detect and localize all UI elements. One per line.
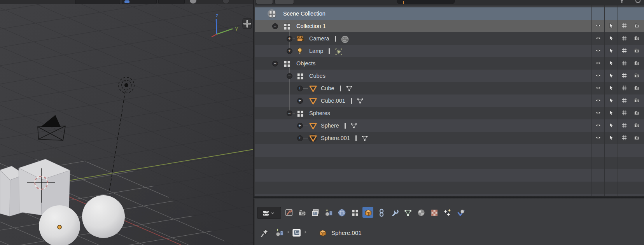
viewport-grid-icon[interactable] [621, 110, 628, 117]
cube-crumb-icon[interactable] [318, 228, 327, 237]
editor-type-dropdown[interactable] [257, 207, 281, 219]
render-camera-icon[interactable] [634, 60, 640, 67]
mesh-data-icon[interactable] [350, 122, 358, 130]
mode-dropdown[interactable] [75, 0, 120, 4]
tab-modifiers[interactable] [389, 207, 400, 218]
tab-particles[interactable] [442, 207, 453, 218]
collapse-icon[interactable]: − [272, 61, 278, 66]
outliner-row-lamp[interactable]: +Lamp [255, 45, 644, 57]
outliner-row-cubes[interactable]: −Cubes [255, 70, 644, 82]
viewport-grid-icon[interactable] [621, 122, 628, 129]
render-camera-icon[interactable] [634, 110, 640, 117]
cursor-arrow-icon[interactable] [608, 72, 615, 79]
viewport-grid-icon[interactable] [621, 135, 628, 142]
cursor-arrow-icon[interactable] [608, 23, 615, 30]
render-camera-icon[interactable] [634, 72, 640, 79]
cursor-arrow-icon[interactable] [608, 135, 615, 142]
new-collection-button[interactable] [256, 0, 273, 4]
eye-icon[interactable] [595, 47, 602, 54]
outliner-row-collection-1[interactable]: −Collection 1 [255, 20, 644, 32]
add-overlay-button[interactable] [243, 18, 252, 29]
expand-icon[interactable]: + [297, 135, 303, 141]
collapse-icon[interactable]: − [287, 110, 292, 116]
pin-icon[interactable] [260, 228, 269, 237]
tab-physics[interactable] [455, 207, 466, 218]
cursor-arrow-icon[interactable] [608, 47, 615, 54]
outliner-row-scene-collection[interactable]: Scene Collection [255, 7, 644, 20]
tab-scene[interactable] [323, 207, 334, 218]
eye-icon[interactable] [595, 122, 602, 129]
tab-object[interactable] [362, 207, 373, 218]
eye-icon[interactable] [595, 35, 602, 42]
camera-data-icon[interactable] [340, 35, 348, 42]
viewport-grid-icon[interactable] [621, 97, 628, 104]
mesh-data-icon[interactable] [361, 134, 369, 142]
eye-icon[interactable] [595, 97, 602, 104]
scene-crumb-icon[interactable] [275, 228, 284, 237]
render-camera-icon[interactable] [634, 122, 640, 129]
cursor-arrow-icon[interactable] [608, 122, 615, 129]
tab-tool[interactable] [283, 207, 294, 218]
tab-world[interactable] [336, 207, 347, 218]
filter-funnel-icon[interactable] [619, 0, 625, 3]
expand-icon[interactable]: + [297, 86, 303, 91]
eye-icon[interactable] [595, 110, 602, 117]
viewport-grid-icon[interactable] [621, 60, 628, 67]
tab-collection[interactable] [349, 207, 360, 218]
viewport-grid-icon[interactable] [621, 85, 628, 92]
viewport-grid-icon[interactable] [621, 23, 628, 30]
eye-icon[interactable] [595, 23, 602, 30]
overlay-toggle-icon[interactable] [222, 0, 229, 4]
mesh-data-icon[interactable] [356, 97, 364, 105]
properties-editor[interactable]: Sphere.001 [255, 199, 644, 245]
outliner-row-cube[interactable]: +Cube [255, 82, 644, 94]
filter-mode-button[interactable] [275, 0, 294, 4]
eye-icon[interactable] [595, 72, 602, 79]
render-camera-icon[interactable] [634, 85, 640, 92]
outliner-row-sphere-001[interactable]: +Sphere.001 [255, 132, 644, 144]
view-layer-crumb-icon[interactable] [292, 228, 301, 237]
cursor-arrow-icon[interactable] [608, 85, 615, 92]
expand-icon[interactable]: + [287, 36, 292, 42]
render-camera-icon[interactable] [634, 97, 640, 104]
mesh-data-icon[interactable] [345, 84, 353, 92]
filter-options-icon[interactable] [635, 0, 640, 3]
render-camera-icon[interactable] [634, 47, 640, 54]
render-camera-icon[interactable] [634, 23, 640, 30]
collapse-icon[interactable]: − [287, 73, 292, 79]
collapse-icon[interactable]: − [272, 23, 278, 29]
tab-texture[interactable] [429, 207, 439, 218]
outliner-row-cube-001[interactable]: +Cube.001 [255, 94, 644, 107]
3d-viewport[interactable]: z y [0, 0, 254, 245]
expand-icon[interactable]: + [287, 48, 292, 54]
tab-view-layer[interactable] [310, 207, 320, 218]
shading-sphere-icon[interactable] [190, 0, 196, 4]
outliner-editor[interactable]: Scene Collection−Collection 1+Camera+Lam… [255, 0, 644, 196]
viewport-grid-icon[interactable] [621, 47, 628, 54]
outliner-row-objects[interactable]: −Objects [255, 57, 644, 70]
eye-icon[interactable] [595, 85, 602, 92]
cursor-arrow-icon[interactable] [608, 60, 615, 67]
outliner-row-sphere[interactable]: +Sphere [255, 119, 644, 132]
expand-icon[interactable]: + [297, 98, 303, 104]
tab-material[interactable] [415, 207, 426, 218]
eye-icon[interactable] [595, 135, 602, 142]
cursor-arrow-icon[interactable] [608, 110, 615, 117]
render-camera-icon[interactable] [634, 35, 640, 42]
render-camera-icon[interactable] [634, 135, 640, 142]
expand-icon[interactable]: + [297, 123, 303, 129]
cursor-arrow-icon[interactable] [608, 97, 615, 104]
cursor-arrow-icon[interactable] [608, 35, 615, 42]
viewport-grid-icon[interactable] [621, 72, 628, 79]
viewport-grid-icon[interactable] [621, 35, 628, 42]
tab-constraints[interactable] [376, 207, 387, 218]
pivot-dropdown[interactable] [158, 0, 185, 4]
sphere-001-object[interactable] [82, 195, 125, 238]
area-splitter-horizontal[interactable] [254, 196, 644, 199]
light-data-icon[interactable] [334, 47, 342, 55]
tab-object-data[interactable] [402, 207, 413, 218]
outliner-row-camera[interactable]: +Camera [255, 32, 644, 45]
outliner-row-spheres[interactable]: −Spheres [255, 107, 644, 119]
eye-icon[interactable] [595, 60, 602, 67]
area-splitter-vertical[interactable] [253, 0, 255, 245]
